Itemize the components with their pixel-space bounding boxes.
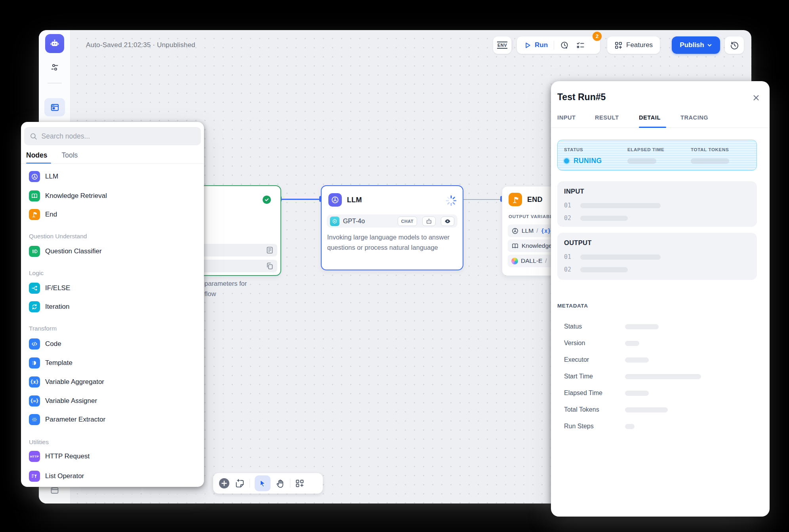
chevron-down-icon [707,43,712,48]
run-toolbar: Run 2 [517,36,600,54]
model-selector[interactable]: GPT-4o CHAT [327,215,457,228]
section-transform: Transform [29,325,57,332]
node-item-end[interactable]: End [21,207,204,222]
result-tabs: INPUT RESULT DETAIL TRACING [557,114,708,121]
tab-nodes[interactable]: Nodes [26,151,47,160]
model-name: GPT-4o [343,218,394,225]
metadata-row: Executor [564,356,757,364]
start-node-description-line: flow [204,290,216,298]
skeleton-line: 01 [564,202,750,209]
status-label: STATUS [564,147,583,152]
template-icon [29,357,40,369]
close-button[interactable] [751,93,761,103]
running-status-dot [564,158,569,163]
run-status-card: STATUS ELAPSED TIME TOTAL TOKENS RUNING [557,140,757,171]
list-operator-icon [29,471,40,482]
success-check-icon [263,196,271,204]
node-item-template[interactable]: Template [21,355,204,371]
metadata-row: Elapsed Time [564,389,757,397]
node-item-code[interactable]: Code [21,336,204,352]
node-search-panel: Nodes Tools LLM Knowledge Retrieval End … [21,122,204,487]
publish-button[interactable]: Publish [672,36,720,54]
play-icon[interactable] [524,42,532,49]
publish-label: Publish [680,41,704,49]
run-history-icon[interactable] [560,41,569,50]
end-node-icon [509,193,522,206]
metadata-title: METADATA [557,303,588,309]
search-icon [30,132,38,141]
section-logic: Logic [29,270,44,277]
version-history-button[interactable] [725,36,744,54]
run-button[interactable]: Run [535,41,548,49]
output-title: OUTPUT [564,239,750,247]
node-item-parameter-extractor[interactable]: Parameter Extractor [21,412,204,428]
sidebar-divider [48,83,62,84]
start-field-skeleton [194,260,277,272]
start-field-skeleton [194,244,277,256]
preview-panel-button[interactable] [44,98,65,116]
input-title: INPUT [564,188,750,195]
tabs-divider [21,163,204,164]
node-item-variable-assigner[interactable]: {=} Variable Assigner [21,393,204,409]
document-icon [266,246,274,254]
classifier-icon [29,246,40,257]
add-node-button[interactable] [218,477,230,489]
toolbar-divider [554,41,554,49]
organize-layout-button[interactable] [295,479,305,488]
edge-start-to-llm [281,199,321,200]
end-node-title: END [527,196,543,204]
node-item-variable-aggregator[interactable]: {x} Variable Aggregator [21,374,204,390]
test-run-panel: Test Run#5 INPUT RESULT DETAIL TRACING S… [551,81,770,517]
node-item-list-operator[interactable]: List Operator [21,468,204,484]
agent-capability-badge [422,217,436,226]
search-input[interactable] [42,132,195,141]
node-item-if-else[interactable]: IF/ELSE [21,280,204,296]
node-item-iteration[interactable]: Iteration [21,299,204,315]
checklist-icon[interactable] [576,41,585,50]
env-button[interactable]: ENV [493,36,511,54]
tokens-skeleton [691,158,729,164]
parameter-extractor-icon [29,414,40,425]
section-utilities: Utilities [29,439,49,446]
robot-icon [425,218,433,225]
tab-result[interactable]: RESULT [595,114,639,121]
tab-detail[interactable]: DETAIL [639,114,680,121]
node-item-http-request[interactable]: HTTP HTTP Request [21,448,204,464]
metadata-row: Start Time [564,372,757,380]
skeleton-line: 01 [564,253,750,260]
flag-icon [29,209,40,220]
workflow-settings-button[interactable] [50,63,59,72]
search-box[interactable] [24,127,201,145]
node-item-knowledge-retrieval[interactable]: Knowledge Retrieval [21,188,204,204]
add-note-button[interactable] [235,479,245,488]
notification-badge: 2 [593,32,602,41]
features-button[interactable]: Features [607,36,660,54]
screenshot-root: parameters for flow LLM GPT-4o C [0,0,789,532]
section-question-understand: Question Understand [29,233,87,240]
llm-node-title: LLM [347,196,362,204]
output-card: OUTPUT 01 02 [557,233,757,280]
openai-icon [330,217,339,226]
tab-tracing[interactable]: TRACING [680,114,708,121]
env-label: ENV [497,42,507,49]
canvas-toolbar [213,473,323,494]
hand-tool-button[interactable] [275,479,285,488]
llm-node[interactable]: LLM GPT-4o CHAT Invoking la [321,185,463,270]
active-tab-underline [639,127,666,128]
llm-mini-icon [511,227,519,235]
node-item-question-classifier[interactable]: Question Classifier [21,243,204,259]
app-logo[interactable] [45,34,64,53]
vision-capability-badge [441,217,454,226]
total-tokens-label: TOTAL TOKENS [691,147,729,152]
node-item-llm[interactable]: LLM [21,169,204,184]
pointer-tool-active[interactable] [255,475,271,491]
tab-input[interactable]: INPUT [557,114,595,121]
llm-icon [29,171,40,182]
dalle-icon [511,258,518,264]
if-else-icon [29,283,40,294]
loading-spinner-icon [445,195,457,207]
toolbar-divider [290,479,290,488]
app-window-icon [50,103,59,112]
metadata-row: Run Steps [564,422,757,430]
tab-tools[interactable]: Tools [61,151,78,160]
